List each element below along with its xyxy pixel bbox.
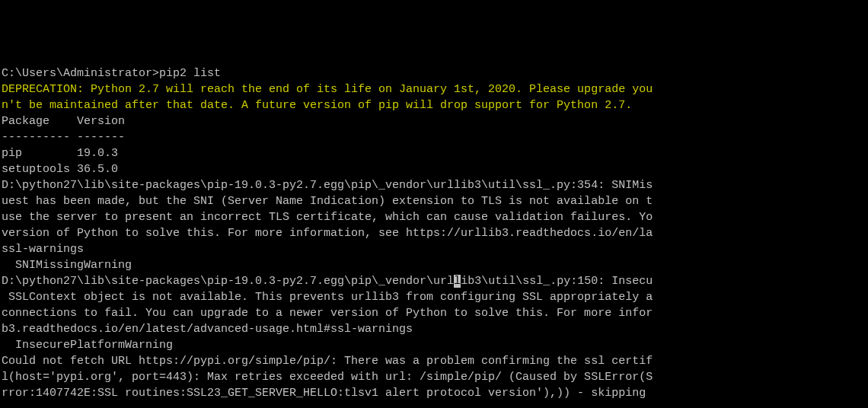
table-header: Package Version <box>2 113 868 129</box>
package-row-pip: pip 19.0.3 <box>2 145 868 161</box>
sni-warning-line2: uest has been made, but the SNI (Server … <box>2 193 868 209</box>
sni-warning-line1: D:\python27\lib\site-packages\pip-19.0.3… <box>2 177 868 193</box>
deprecation-warning-line1: DEPRECATION: Python 2.7 will reach the e… <box>2 81 868 97</box>
sni-warning-line5: ssl-warnings <box>2 241 868 257</box>
insecure-warning-name: InsecurePlatformWarning <box>2 337 868 353</box>
ssl-error-line1: Could not fetch URL https://pypi.org/sim… <box>2 353 868 369</box>
insecure-warning-line1: D:\python27\lib\site-packages\pip-19.0.3… <box>2 273 868 289</box>
sni-warning-line4: version of Python to solve this. For mor… <box>2 225 868 241</box>
insecure-warning-line3: connections to fail. You can upgrade to … <box>2 305 868 321</box>
sni-warning-name: SNIMissingWarning <box>2 257 868 273</box>
package-row-setuptools: setuptools 36.5.0 <box>2 161 868 177</box>
deprecation-warning-line2: n't be maintained after that date. A fut… <box>2 97 868 113</box>
ssl-error-line3: rror:1407742E:SSL routines:SSL23_GET_SER… <box>2 385 868 401</box>
prompt-line: C:\Users\Administrator>pip2 list <box>2 65 868 81</box>
table-separator: ---------- ------- <box>2 129 868 145</box>
cursor-block: l <box>454 275 461 288</box>
sni-warning-line3: use the server to present an incorrect T… <box>2 209 868 225</box>
prompt-path: C:\Users\Administrator> <box>2 67 159 80</box>
insecure-warning-part-a: D:\python27\lib\site-packages\pip-19.0.3… <box>2 275 454 288</box>
insecure-warning-part-b: ib3\util\ssl_.py:150: Insecu <box>461 275 653 288</box>
insecure-warning-line2: SSLContext object is not available. This… <box>2 289 868 305</box>
ssl-error-line2: l(host='pypi.org', port=443): Max retrie… <box>2 369 868 385</box>
insecure-warning-line4: b3.readthedocs.io/en/latest/advanced-usa… <box>2 321 868 337</box>
command-text: pip2 list <box>159 67 221 80</box>
